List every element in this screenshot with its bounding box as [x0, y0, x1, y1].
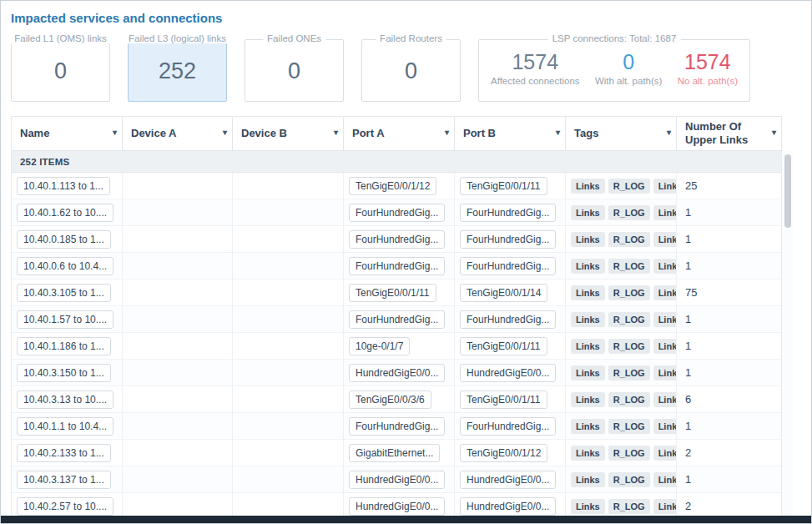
tag-badge[interactable]: R_LOG — [608, 365, 650, 380]
tag-badge[interactable]: R_LOG — [608, 259, 650, 274]
column-filter-caret-icon[interactable]: ▾ — [667, 128, 671, 139]
tag-badge[interactable]: R_LOG — [608, 499, 650, 514]
port-b-chip[interactable]: HundredGigE0/0... — [460, 497, 556, 516]
tag-badge[interactable]: Link — [653, 312, 677, 327]
table-row[interactable]: 10.40.1.186 to 1... 10ge-0/1/7 TenGigE0/… — [12, 333, 782, 360]
column-filter-caret-icon[interactable]: ▾ — [445, 128, 449, 139]
table-row[interactable]: 10.40.0.6 to 10.4... FourHundredGig... F… — [12, 253, 782, 280]
port-b-chip[interactable]: TenGigE0/0/1/12 — [460, 444, 547, 462]
column-filter-caret-icon[interactable]: ▾ — [334, 128, 338, 139]
tag-badge[interactable]: R_LOG — [608, 472, 650, 487]
vertical-scrollbar[interactable]: ▼ — [781, 151, 793, 524]
port-a-chip[interactable]: TenGigE0/0/1/11 — [349, 284, 436, 302]
tag-badge[interactable]: Links — [571, 285, 605, 300]
tag-badge[interactable]: R_LOG — [608, 392, 650, 407]
name-chip[interactable]: 10.40.3.13 to 10.... — [17, 390, 113, 409]
port-b-chip[interactable]: FourHundredGig... — [460, 204, 556, 222]
port-b-chip[interactable]: HundredGigE0/0... — [460, 364, 556, 382]
tag-badge[interactable]: Links — [571, 259, 605, 274]
port-b-chip[interactable]: FourHundredGig... — [460, 257, 556, 275]
column-filter-caret-icon[interactable]: ▾ — [223, 128, 227, 139]
column-header-port-a[interactable]: Port A ▾ — [344, 117, 455, 150]
scrollbar-thumb[interactable] — [784, 154, 791, 228]
tag-badge[interactable]: Link — [653, 179, 677, 194]
table-row[interactable]: 10.40.1.62 to 10.... FourHundredGig... F… — [12, 199, 782, 226]
table-row[interactable]: 10.40.3.137 to 1... HundredGigE0/0... Hu… — [12, 466, 782, 493]
tag-badge[interactable]: Link — [653, 285, 677, 300]
name-chip[interactable]: 10.40.1.186 to 1... — [17, 337, 111, 355]
table-row[interactable]: 10.40.1.113 to 1... TenGigE0/0/1/12 TenG… — [12, 173, 782, 199]
port-b-chip[interactable]: TenGigE0/0/1/11 — [460, 177, 547, 195]
tag-badge[interactable]: Links — [571, 339, 605, 354]
tag-badge[interactable]: Link — [653, 499, 677, 514]
port-b-chip[interactable]: TenGigE0/0/1/14 — [460, 284, 547, 302]
port-b-chip[interactable]: FourHundredGig... — [460, 230, 556, 249]
table-row[interactable]: 10.40.1.57 to 10.... FourHundredGig... F… — [12, 306, 782, 333]
name-chip[interactable]: 10.40.1.1 to 10.4... — [17, 417, 113, 436]
port-a-chip[interactable]: GigabitEthernet... — [349, 444, 440, 462]
port-a-chip[interactable]: HundredGigE0/0... — [349, 471, 445, 489]
stat-box-failed-routers[interactable]: Failed Routers 0 — [361, 39, 461, 102]
port-a-chip[interactable]: 10ge-0/1/7 — [349, 337, 410, 355]
column-filter-caret-icon[interactable]: ▾ — [113, 128, 117, 139]
tag-badge[interactable]: Links — [571, 446, 605, 461]
tag-badge[interactable]: R_LOG — [608, 446, 650, 461]
table-row[interactable]: 10.40.3.105 to 1... TenGigE0/0/1/11 TenG… — [12, 280, 782, 306]
name-chip[interactable]: 10.40.1.62 to 10.... — [17, 204, 113, 222]
name-chip[interactable]: 10.40.3.105 to 1... — [17, 284, 111, 302]
name-chip[interactable]: 10.40.0.185 to 1... — [17, 230, 111, 249]
name-chip[interactable]: 10.40.1.113 to 1... — [17, 177, 110, 195]
column-filter-caret-icon[interactable]: ▾ — [556, 128, 560, 139]
table-row[interactable]: 10.40.0.185 to 1... FourHundredGig... Fo… — [12, 226, 782, 253]
column-filter-caret-icon[interactable]: ▾ — [772, 128, 776, 139]
port-a-chip[interactable]: TenGigE0/0/1/12 — [349, 177, 436, 195]
tag-badge[interactable]: R_LOG — [608, 312, 650, 327]
table-row[interactable]: 10.40.3.13 to 10.... TenGigE0/0/3/6 TenG… — [12, 386, 782, 413]
tag-badge[interactable]: Link — [653, 205, 677, 220]
port-a-chip[interactable]: HundredGigE0/0... — [349, 364, 445, 382]
tag-badge[interactable]: Links — [571, 392, 605, 407]
stat-box-failed-ones[interactable]: Failed ONEs 0 — [245, 39, 344, 102]
tag-badge[interactable]: R_LOG — [608, 339, 650, 354]
port-a-chip[interactable]: FourHundredGig... — [349, 310, 445, 329]
port-a-chip[interactable]: HundredGigE0/0... — [349, 497, 445, 516]
port-b-chip[interactable]: FourHundredGig... — [460, 310, 556, 329]
port-b-chip[interactable]: TenGigE0/0/1/11 — [460, 337, 547, 355]
tag-badge[interactable]: R_LOG — [608, 205, 650, 220]
tag-badge[interactable]: Links — [571, 312, 605, 327]
tag-badge[interactable]: Links — [571, 472, 605, 487]
port-a-chip[interactable]: FourHundredGig... — [349, 204, 445, 222]
stat-box-failed-l1-oms-links[interactable]: Failed L1 (OMS) links 0 — [11, 39, 110, 102]
port-b-chip[interactable]: FourHundredGig... — [460, 417, 556, 436]
column-header-port-b[interactable]: Port B ▾ — [455, 117, 566, 150]
port-b-chip[interactable]: TenGigE0/0/1/11 — [460, 390, 547, 409]
tag-badge[interactable]: Links — [571, 179, 605, 194]
port-a-chip[interactable]: FourHundredGig... — [349, 230, 445, 249]
table-row[interactable]: 10.40.3.150 to 1... HundredGigE0/0... Hu… — [12, 360, 782, 386]
tag-badge[interactable]: Links — [571, 419, 605, 434]
tag-badge[interactable]: Links — [571, 499, 605, 514]
lsp-connections-box[interactable]: LSP connections: Total: 1687 1574 Affect… — [478, 39, 750, 102]
tag-badge[interactable]: Link — [653, 365, 677, 380]
port-a-chip[interactable]: TenGigE0/0/3/6 — [349, 390, 431, 409]
stat-box-failed-l3-logical-links[interactable]: Failed L3 (logical) links 252 — [128, 39, 227, 102]
table-row[interactable]: 10.40.2.133 to 1... GigabitEthernet... T… — [12, 440, 782, 466]
name-chip[interactable]: 10.40.3.137 to 1... — [17, 471, 111, 489]
port-b-chip[interactable]: HundredGigE0/0... — [460, 471, 556, 489]
tag-badge[interactable]: Link — [653, 232, 677, 247]
table-row[interactable]: 10.40.1.1 to 10.4... FourHundredGig... F… — [12, 413, 782, 440]
tag-badge[interactable]: Link — [653, 339, 677, 354]
column-header-device-a[interactable]: Device A ▾ — [123, 117, 233, 150]
tag-badge[interactable]: R_LOG — [608, 179, 650, 194]
tag-badge[interactable]: Links — [571, 365, 605, 380]
tag-badge[interactable]: R_LOG — [608, 285, 650, 300]
tag-badge[interactable]: Link — [653, 446, 677, 461]
tag-badge[interactable]: Link — [653, 472, 677, 487]
port-a-chip[interactable]: FourHundredGig... — [349, 257, 445, 275]
tag-badge[interactable]: Links — [571, 205, 605, 220]
column-header-tags[interactable]: Tags ▾ — [566, 117, 677, 150]
name-chip[interactable]: 10.40.1.57 to 10.... — [17, 310, 113, 329]
port-a-chip[interactable]: FourHundredGig... — [349, 417, 445, 436]
name-chip[interactable]: 10.40.0.6 to 10.4... — [17, 257, 113, 275]
tag-badge[interactable]: Link — [653, 419, 677, 434]
